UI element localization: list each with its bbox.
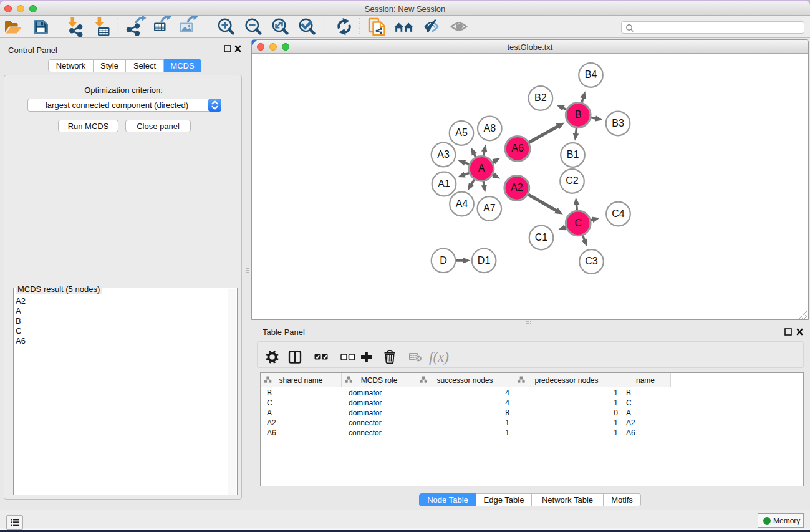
svg-text:B1: B1 (567, 149, 579, 160)
svg-text:A3: A3 (437, 149, 450, 160)
svg-text:A6: A6 (511, 143, 524, 153)
svg-text:A1: A1 (438, 178, 450, 189)
svg-text:C2: C2 (566, 175, 579, 186)
svg-text:A: A (478, 163, 485, 173)
svg-text:A5: A5 (455, 127, 468, 138)
svg-text:A2: A2 (511, 182, 523, 193)
svg-text:D1: D1 (478, 255, 491, 266)
svg-text:A4: A4 (456, 198, 468, 209)
svg-text:B4: B4 (585, 69, 597, 80)
svg-text:f(x): f(x) (429, 349, 449, 365)
svg-text:B: B (575, 109, 582, 120)
svg-text:B2: B2 (534, 92, 547, 103)
svg-text:A7: A7 (483, 203, 496, 213)
svg-text:C4: C4 (612, 208, 625, 219)
svg-text:C: C (574, 218, 582, 228)
svg-text:B3: B3 (612, 118, 624, 128)
svg-text:A8: A8 (484, 123, 496, 133)
svg-text:D: D (440, 255, 447, 266)
svg-text:C1: C1 (535, 232, 548, 243)
svg-text:C3: C3 (585, 256, 598, 266)
